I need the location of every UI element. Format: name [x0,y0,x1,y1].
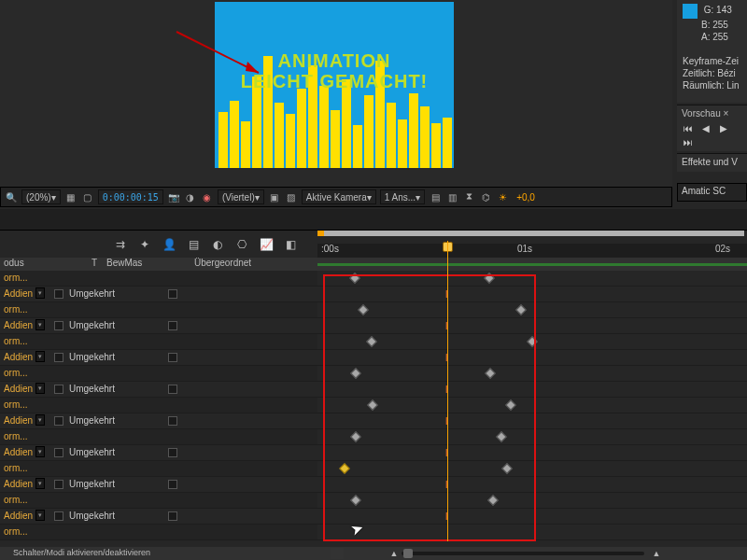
transform-property-row[interactable]: orm... [0,398,317,413]
safezone-icon[interactable]: ▢ [81,190,94,203]
workarea-start-handle[interactable] [317,231,324,236]
zoom-slider-knob[interactable] [403,549,413,558]
timeline-row[interactable] [317,461,747,477]
channel-icon[interactable]: ◑ [184,190,197,203]
timeline-row[interactable] [317,302,747,318]
zoom-slider[interactable] [402,552,644,555]
keyframe[interactable] [496,431,506,441]
blend-mode-dropdown[interactable]: ▾ [35,351,45,362]
keyframe[interactable] [501,463,512,473]
keyframe[interactable] [485,368,495,378]
keyframe[interactable] [515,304,526,315]
fast-preview-icon[interactable]: ▥ [445,190,458,203]
preserve-transparency-checkbox[interactable] [54,321,63,330]
zoom-dropdown[interactable]: (20%) ▾ [21,189,61,204]
layer-mode-row[interactable]: Addien▾Umgekehrt [0,477,317,493]
auto-keyframe-icon[interactable]: ◧ [282,236,299,253]
layer-mode-row[interactable]: Addien▾Umgekehrt [0,350,317,366]
preserve-transparency-checkbox[interactable] [54,289,63,299]
timeline-row[interactable]: I [317,477,747,493]
pixel-aspect-icon[interactable]: ▤ [429,190,442,203]
transparency-grid-icon[interactable]: ▨ [285,190,298,203]
resolution-dropdown[interactable]: (Viertel) ▾ [218,189,264,204]
keyframe[interactable] [350,431,360,441]
timeline-row[interactable]: I [317,445,747,461]
parent-pickwhip-target[interactable] [168,289,177,299]
preserve-transparency-checkbox[interactable] [54,480,63,489]
next-frame-icon[interactable]: ⏭ [682,137,695,150]
transform-property-row[interactable]: orm... [0,366,317,382]
parent-pickwhip-target[interactable] [168,480,177,489]
layer-mode-row[interactable]: Addien▾Umgekehrt [0,287,317,302]
blend-mode-dropdown[interactable]: ▾ [35,414,45,426]
blend-mode-dropdown[interactable]: ▾ [35,383,45,394]
camera-dropdown[interactable]: Aktive Kamera ▾ [302,189,376,204]
magnify-icon[interactable]: 🔍 [5,190,18,203]
frame-blend-icon[interactable]: ▤ [185,236,202,253]
toggle-switches-label[interactable]: Schalter/Modi aktivieren/deaktivieren [13,548,150,557]
zoom-out-icon[interactable]: ▲ [388,548,401,559]
transform-property-row[interactable]: orm... [0,429,317,445]
blend-mode-label[interactable]: Addien [4,384,33,394]
time-ruler[interactable]: :00s 01s 02s [317,230,747,258]
prev-frame-icon[interactable]: ◀ [699,123,712,136]
color-mgmt-icon[interactable]: ◉ [201,190,214,203]
blend-mode-label[interactable]: Addien [4,352,33,362]
blend-mode-label[interactable]: Addien [4,415,33,426]
timeline-row[interactable] [317,271,747,287]
transform-property-row[interactable]: orm... [0,525,317,540]
brainstorm-icon[interactable]: ⎔ [233,236,250,253]
timeline-row[interactable] [317,429,747,445]
timeline-row[interactable] [317,525,747,540]
preserve-transparency-checkbox[interactable] [54,416,63,426]
parent-pickwhip-target[interactable] [168,353,177,362]
blend-mode-label[interactable]: Addien [4,511,33,521]
blend-mode-label[interactable]: Addien [4,479,33,489]
keyframe[interactable] [350,368,360,378]
layer-mode-row[interactable]: Addien▾Umgekehrt [0,382,317,398]
timeline-row[interactable] [317,334,747,350]
timeline-row[interactable] [317,493,747,509]
keyframe[interactable] [487,495,498,505]
timeline-row[interactable] [317,398,747,413]
keyframe[interactable] [484,273,494,283]
transform-property-row[interactable]: orm... [0,493,317,509]
blend-mode-dropdown[interactable]: ▾ [35,319,45,330]
timeline-row[interactable]: I [317,413,747,429]
effects-panel-tab[interactable]: Effekte und V [677,153,747,172]
views-dropdown[interactable]: 1 Ans... ▾ [380,189,425,204]
timeline-row[interactable] [317,366,747,382]
timeline-panel[interactable]: IIIIIIII [317,271,747,547]
keyframe[interactable] [367,399,377,410]
workarea-bar[interactable] [320,231,744,236]
parent-pickwhip-target[interactable] [168,321,177,330]
preserve-transparency-checkbox[interactable] [54,385,63,394]
keyframe[interactable] [349,273,359,283]
panel-collapse-icon[interactable] [331,548,344,559]
first-frame-icon[interactable]: ⏮ [682,123,695,136]
graph-editor-icon[interactable]: 📈 [258,236,275,253]
keyframe[interactable] [527,336,537,346]
timeline-row[interactable]: I [317,318,747,334]
layer-mode-row[interactable]: Addien▾Umgekehrt [0,318,317,334]
parent-pickwhip-target[interactable] [168,511,177,521]
transform-property-row[interactable]: orm... [0,271,317,287]
motion-blur-icon[interactable]: ◐ [209,236,226,253]
parent-pickwhip-target[interactable] [168,448,177,457]
roi-icon[interactable]: ▣ [268,190,281,203]
keyframe[interactable] [350,495,360,505]
font-dropdown[interactable]: Amatic SC [677,183,747,202]
comp-mini-flowchart-icon[interactable]: ⇉ [112,236,129,253]
keyframe[interactable] [339,463,349,473]
blend-mode-dropdown[interactable]: ▾ [35,287,45,299]
transform-property-row[interactable]: orm... [0,334,317,350]
layer-mode-row[interactable]: Addien▾Umgekehrt [0,445,317,461]
keyframe[interactable] [505,399,515,410]
transform-property-row[interactable]: orm... [0,461,317,477]
blend-mode-label[interactable]: Addien [4,447,33,457]
preview-panel-tab[interactable]: Vorschau × [682,108,742,119]
draft3d-icon[interactable]: ✦ [136,236,153,253]
transform-property-row[interactable]: orm... [0,302,317,318]
exposure-value[interactable]: +0,0 [513,189,539,204]
blend-mode-label[interactable]: Addien [4,288,33,299]
